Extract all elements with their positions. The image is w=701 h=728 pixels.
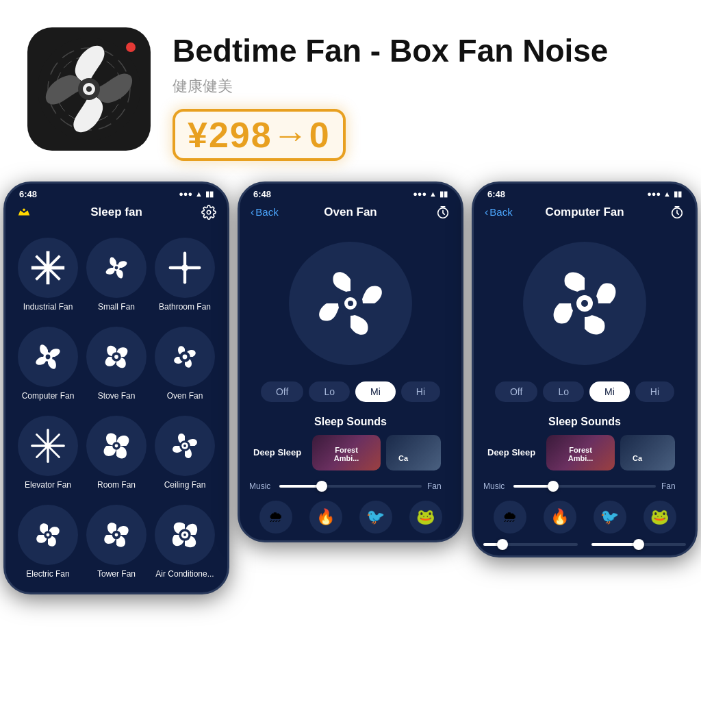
fan-item-industrial[interactable]: Industrial Fan [14,231,82,320]
signal-icon-3: ●●● [647,190,661,198]
timer-icon-3[interactable] [643,205,685,220]
fan-big-circle-2[interactable] [289,242,412,365]
fan-item-elevator[interactable]: Elevator Fan [14,409,82,498]
app-subtitle: 健康健美 [173,76,674,97]
battery-icon-3: ▮▮ [674,190,682,199]
speed-off-3[interactable]: Off [495,381,537,402]
fan-label-tower: Tower Fan [97,569,136,579]
bottom-slider-row-3 [474,540,696,555]
sound-ca-2[interactable]: Ca [386,435,441,470]
svg-point-48 [581,300,588,307]
svg-point-35 [47,533,50,536]
fan-icon-stove [86,327,146,387]
fan-item-computer[interactable]: Computer Fan [14,320,82,409]
sound-ca-3[interactable]: Ca [620,435,675,470]
speed-lo-3[interactable]: Lo [543,381,584,402]
back-button-2[interactable]: ‹ Back [251,206,292,218]
fan-label-computer: Computer Fan [22,391,75,401]
fan-label-industrial: Industrial Fan [23,302,73,312]
svg-point-19 [46,355,51,360]
music-label-2: Music [249,481,274,491]
bottom-slider-3b[interactable] [591,543,686,546]
status-time-2: 6:48 [253,189,271,199]
back-button-3[interactable]: ‹ Back [485,206,526,218]
fan-item-bathroom[interactable]: Bathroom Fan [151,231,219,320]
nav-bar-2: ‹ Back Oven Fan [240,202,461,225]
battery-icon-2: ▮▮ [439,190,448,199]
speed-mi-3[interactable]: Mi [589,381,630,402]
music-row-2: Music Fan [240,479,461,498]
speed-hi-2[interactable]: Hi [401,381,440,402]
fan-label-3: Fan [661,481,686,491]
rain-icon-3[interactable]: 🌧 [494,501,526,534]
fan-item-room[interactable]: Room Fan [82,409,151,498]
sound-deepsleep-2[interactable]: Deep Sleep [248,435,307,470]
timer-icon-2[interactable] [409,205,450,220]
speed-mi-2[interactable]: Mi [355,381,396,402]
speed-controls-2: Off Lo Mi Hi [240,376,461,413]
sound-forestambi-2[interactable]: Forest Ambi... [312,435,381,470]
bird-icon-3[interactable]: 🐦 [594,501,626,534]
nav-bar-3: ‹ Back Computer Fan [474,202,696,225]
svg-point-40 [183,534,186,536]
fan-icon-industrial [18,238,78,298]
fan-icon-small [86,238,146,298]
header-section: Bedtime Fan - Box Fan Noise 健康健美 ¥298→0 [0,0,701,181]
bottom-slider-3[interactable] [483,543,578,546]
red-dot-indicator [126,42,136,52]
fan-label-2: Fan [427,481,452,491]
fan-label-room: Room Fan [97,480,136,490]
frog-icon-2[interactable]: 🐸 [409,501,442,534]
music-slider-2[interactable] [279,485,422,488]
fan-label-small: Small Fan [98,302,135,312]
fan-icon-ceiling [155,416,215,476]
status-icons-1: ●●● ▲ ▮▮ [179,190,214,199]
svg-point-5 [86,86,92,92]
svg-point-6 [23,208,25,211]
sounds-scroll-3: Deep Sleep Forest Ambi... Ca [474,435,696,479]
sound-forestambi-3[interactable]: Forest Ambi... [546,435,615,470]
signal-icon-2: ●●● [413,190,426,198]
wifi-icon: ▲ [195,190,203,198]
fan-label-oven: Oven Fan [167,391,203,401]
nav-title-2: Oven Fan [292,205,409,219]
app-icon[interactable] [27,27,151,151]
settings-icon-1[interactable] [201,205,216,220]
svg-point-28 [45,443,51,449]
frog-icon-3[interactable]: 🐸 [643,501,676,534]
speed-off-2[interactable]: Off [261,381,303,402]
fan-detail-image-3 [474,225,696,376]
wifi-icon-2: ▲ [429,190,437,198]
crown-icon[interactable] [16,205,31,220]
phone-screen-3: 6:48 ●●● ▲ ▮▮ ‹ Back Computer Fan [472,181,698,557]
speed-lo-2[interactable]: Lo [309,381,350,402]
status-icons-3: ●●● ▲ ▮▮ [647,190,682,199]
fan-item-stove[interactable]: Stove Fan [82,320,151,409]
speed-hi-3[interactable]: Hi [635,381,674,402]
back-label-2: Back [255,206,278,218]
fan-item-electric[interactable]: Electric Fan [14,498,82,587]
sound-icons-3: 🌧 🔥 🐦 🐸 [474,498,696,540]
nav-bar-1: Sleep fan [5,202,227,225]
fan-grid: Industrial Fan Small Fan [5,225,227,592]
sound-deepsleep-3[interactable]: Deep Sleep [482,435,541,470]
nav-title-1: Sleep fan [51,205,182,219]
music-slider-3[interactable] [513,485,656,488]
fan-icon-room [86,416,146,476]
fan-item-small[interactable]: Small Fan [82,231,151,320]
rain-icon-2[interactable]: 🌧 [259,501,292,534]
fire-icon-2[interactable]: 🔥 [309,501,342,534]
fan-item-ac[interactable]: Air Conditione... [151,498,219,587]
fan-label-stove: Stove Fan [98,391,136,401]
fan-item-oven[interactable]: Oven Fan [151,320,219,409]
music-row-3: Music Fan [474,479,696,498]
fan-item-ceiling[interactable]: Ceiling Fan [151,409,219,498]
fan-big-circle-3[interactable] [523,242,646,365]
bird-icon-2[interactable]: 🐦 [359,501,392,534]
fan-item-tower[interactable]: Tower Fan [82,498,151,587]
price-badge[interactable]: ¥298→0 [173,109,346,161]
status-time-3: 6:48 [487,189,505,199]
fan-icon-ac [155,505,215,565]
svg-point-12 [44,264,52,272]
fire-icon-3[interactable]: 🔥 [544,501,576,534]
